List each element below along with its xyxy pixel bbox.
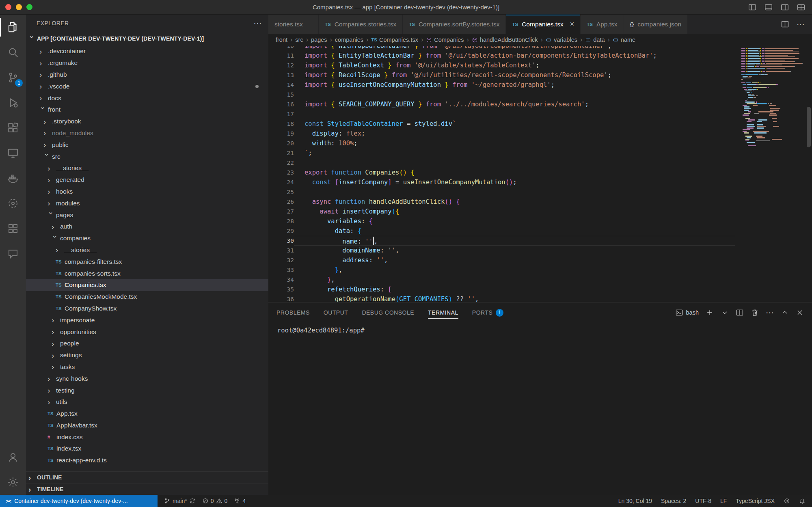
status-ln-30-col-19[interactable]: Ln 30, Col 19	[618, 498, 652, 504]
split-editor-icon[interactable]	[781, 20, 789, 28]
breadcrumb-item-data[interactable]: data	[585, 37, 605, 43]
search-activity-icon[interactable]	[0, 40, 26, 65]
code-line-13[interactable]: 13import { RecoilScope } from '@/ui/util…	[268, 70, 812, 80]
breadcrumb-item-name[interactable]: name	[613, 37, 635, 43]
run-debug-activity-icon[interactable]	[0, 90, 26, 115]
problems-status[interactable]: 0 0	[202, 498, 228, 504]
customize-layout-icon[interactable]	[797, 3, 806, 12]
timeline-section[interactable]: › TIMELINE	[26, 483, 268, 495]
notifications-bell[interactable]	[799, 498, 806, 504]
folder-sync-hooks[interactable]: ›sync-hooks	[26, 373, 268, 384]
code-line-20[interactable]: 20 width: 100%;	[268, 138, 812, 148]
remote-indicator[interactable]: >< Container dev-twenty-dev (dev-twenty-…	[0, 495, 158, 507]
folder-testing[interactable]: ›testing	[26, 384, 268, 396]
code-line-11[interactable]: 11import { EntityTableActionBar } from '…	[268, 51, 812, 60]
scrollbar-thumb[interactable]	[807, 107, 811, 147]
code-line-14[interactable]: 14import { useInsertOneCompanyMutation }…	[268, 80, 812, 90]
editor-more-icon[interactable]: ⋯	[797, 19, 805, 29]
status-typescript-jsx[interactable]: TypeScript JSX	[736, 498, 775, 504]
file-companyshow.tsx[interactable]: TSCompanyShow.tsx	[26, 303, 268, 315]
folder-generated[interactable]: ›generated	[26, 174, 268, 186]
account-activity-icon[interactable]	[0, 444, 26, 470]
new-terminal-icon[interactable]	[706, 309, 714, 317]
status-utf-8[interactable]: UTF-8	[695, 498, 711, 504]
folder-src[interactable]: ›src	[26, 151, 268, 162]
folder-auth[interactable]: ›auth	[26, 221, 268, 233]
live-share-activity-icon[interactable]	[0, 191, 26, 216]
folder-modules[interactable]: ›modules	[26, 197, 268, 209]
branch-status[interactable]: main*	[164, 498, 196, 504]
code-line-21[interactable]: 21`;	[268, 148, 812, 158]
breadcrumb-item-handleaddbuttonclick[interactable]: handleAddButtonClick	[472, 37, 538, 43]
breadcrumb-item-pages[interactable]: pages	[311, 37, 327, 43]
tab-stories.tsx[interactable]: stories.tsx	[268, 15, 319, 34]
folder-hooks[interactable]: ›hooks	[26, 186, 268, 198]
folder-.github[interactable]: ›.github	[26, 69, 268, 81]
file-companies-filters.tsx[interactable]: TScompanies-filters.tsx	[26, 256, 268, 268]
file-index.css[interactable]: #index.css	[26, 431, 268, 443]
folder-tasks[interactable]: ›tasks	[26, 361, 268, 373]
split-terminal-icon[interactable]	[736, 309, 744, 317]
toggle-panel-icon[interactable]	[764, 3, 773, 12]
tab-companies.json[interactable]: {}companies.json	[624, 15, 688, 34]
source-control-activity-icon[interactable]: 1	[0, 65, 26, 90]
code-line-19[interactable]: 19 display: flex;	[268, 129, 812, 138]
folder-.devcontainer[interactable]: ›.devcontainer	[26, 45, 268, 57]
panel-tab-output[interactable]: OUTPUT	[324, 307, 348, 318]
code-line-30[interactable]: 30 name: '',	[268, 236, 812, 246]
folder-utils[interactable]: ›utils	[26, 396, 268, 408]
code-line-18[interactable]: 18const StyledTableContainer = styled.di…	[268, 119, 812, 129]
code-line-10[interactable]: 10import { WithTopbarContainer } from '@…	[268, 46, 812, 51]
code-line-22[interactable]: 22	[268, 158, 812, 168]
minimap[interactable]	[741, 47, 806, 147]
folder-front[interactable]: ›front	[26, 104, 268, 116]
ports-status[interactable]: 4	[234, 498, 246, 504]
code-line-25[interactable]: 25	[268, 187, 812, 197]
close-tab-icon[interactable]: ×	[570, 20, 574, 28]
code-line-17[interactable]: 17	[268, 109, 812, 119]
code-line-27[interactable]: 27 await insertCompany({	[268, 207, 812, 216]
code-line-35[interactable]: 35 refetchQueries: [	[268, 285, 812, 294]
comments-activity-icon[interactable]	[0, 241, 26, 266]
folder-pages[interactable]: ›pages	[26, 209, 268, 221]
code-editor[interactable]: 10import { WithTopbarContainer } from '@…	[268, 46, 812, 302]
panel-tab-ports[interactable]: PORTS1	[472, 307, 503, 318]
panel-tab-debug-console[interactable]: DEBUG CONSOLE	[362, 307, 414, 318]
tab-app.tsx[interactable]: TSApp.tsx	[581, 15, 624, 34]
explorer-activity-icon[interactable]	[0, 15, 26, 40]
breadcrumb-item-src[interactable]: src	[295, 37, 303, 43]
feedback-smiley[interactable]	[784, 498, 790, 504]
folder-people[interactable]: ›people	[26, 338, 268, 350]
breadcrumb-item-companies[interactable]: companies	[335, 37, 363, 43]
code-line-36[interactable]: 36 getOperationName(GET_COMPANIES) ?? ''…	[268, 294, 812, 302]
code-line-24[interactable]: 24 const [insertCompany] = useInsertOneC…	[268, 177, 812, 187]
code-line-16[interactable]: 16import { SEARCH_COMPANY_QUERY } from '…	[268, 99, 812, 109]
code-line-31[interactable]: 31 domainName: '',	[268, 246, 812, 255]
maximize-window-button[interactable]	[26, 4, 32, 10]
folder-.storybook[interactable]: ›.storybook	[26, 116, 268, 127]
grid-activity-icon[interactable]	[0, 216, 26, 241]
folder-opportunities[interactable]: ›opportunities	[26, 326, 268, 338]
docker-activity-icon[interactable]	[0, 166, 26, 191]
panel-more-icon[interactable]: ⋯	[766, 308, 774, 317]
minimize-window-button[interactable]	[16, 4, 22, 10]
outline-section[interactable]: › OUTLINE	[26, 471, 268, 483]
project-root-row[interactable]: › APP [CONTAINER DEV-TWENTY-DEV (DEV-TWE…	[26, 32, 268, 45]
code-line-12[interactable]: 12import { TableContext } from '@/ui/tab…	[268, 60, 812, 70]
remote-explorer-activity-icon[interactable]	[0, 140, 26, 166]
file-appnavbar.tsx[interactable]: TSAppNavbar.tsx	[26, 420, 268, 431]
file-companies.tsx[interactable]: TSCompanies.tsx	[26, 279, 268, 291]
breadcrumb-item-companies.tsx[interactable]: TSCompanies.tsx	[371, 37, 418, 43]
folder-companies[interactable]: ›companies	[26, 233, 268, 244]
status-lf[interactable]: LF	[720, 498, 727, 504]
close-window-button[interactable]	[5, 4, 11, 10]
code-line-26[interactable]: 26 async function handleAddButtonClick()…	[268, 197, 812, 207]
code-line-15[interactable]: 15	[268, 90, 812, 99]
folder-settings[interactable]: ›settings	[26, 350, 268, 361]
kill-terminal-icon[interactable]	[751, 309, 759, 317]
code-line-34[interactable]: 34 },	[268, 275, 812, 285]
settings-activity-icon[interactable]	[0, 470, 26, 495]
file-react-app-env.d.ts[interactable]: TSreact-app-env.d.ts	[26, 455, 268, 466]
panel-tab-terminal[interactable]: TERMINAL	[428, 307, 458, 319]
code-line-33[interactable]: 33 },	[268, 265, 812, 275]
